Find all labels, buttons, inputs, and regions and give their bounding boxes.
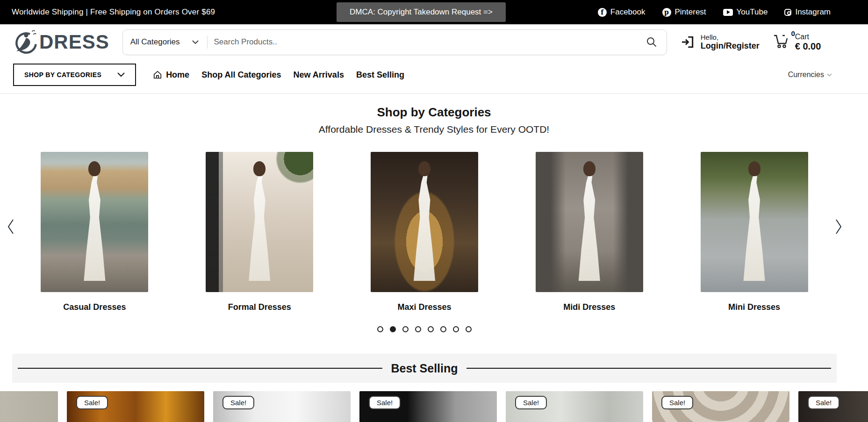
category-image — [536, 152, 643, 292]
carousel-next-button[interactable] — [832, 216, 846, 238]
cart-button[interactable]: 0 Cart € 0.00 — [773, 33, 821, 52]
site-header: DRESS All Categories Hello, Login/Regist… — [0, 24, 868, 59]
carousel-dot[interactable] — [428, 326, 434, 332]
category-label: Casual Dresses — [63, 302, 126, 312]
search-submit-button[interactable] — [637, 36, 667, 48]
divider-line — [466, 368, 831, 369]
sale-badge: Sale! — [808, 396, 839, 409]
social-link-label: YouTube — [737, 7, 768, 17]
sale-badge: Sale! — [515, 396, 547, 409]
sale-badge: Sale! — [661, 396, 693, 409]
nav-link-shop-all-categories[interactable]: Shop All Categories — [201, 70, 281, 80]
social-link-label: Instagram — [795, 7, 831, 17]
category-label: Mini Dresses — [728, 302, 780, 312]
category-image — [701, 152, 808, 292]
product-card[interactable]: Sale! — [798, 391, 868, 422]
search-bar: All Categories — [122, 29, 667, 55]
dmca-takedown-button[interactable]: DMCA: Copyright Takedown Request => — [337, 2, 506, 22]
account-greeting: Hello, — [701, 33, 760, 41]
social-link-label: Pinterest — [675, 7, 706, 17]
nav-link-label: Best Selling — [356, 70, 404, 80]
category-card-midi-dresses[interactable]: Midi Dresses — [507, 152, 672, 312]
chevron-down-icon — [117, 72, 125, 77]
top-announcement-bar: Worldwide Shipping | Free Shipping on Or… — [0, 0, 868, 24]
category-label: Maxi Dresses — [397, 302, 451, 312]
product-card[interactable]: Sale! — [359, 391, 497, 422]
carousel-dot[interactable] — [415, 326, 421, 332]
social-link-pinterest[interactable]: Pinterest — [662, 7, 706, 17]
cart-icon-wrap: 0 — [773, 33, 790, 51]
nav-links: Home Shop All Categories New Arrivals — [153, 70, 404, 80]
cart-text: Cart € 0.00 — [795, 33, 821, 52]
facebook-icon — [598, 8, 607, 17]
category-image — [206, 152, 313, 292]
best-selling-header-band: Best Selling — [12, 354, 837, 383]
cart-icon — [773, 33, 790, 49]
nav-link-label: New Arrivals — [294, 70, 344, 80]
dress-logo-mark — [13, 29, 38, 55]
shipping-announcement: Worldwide Shipping | Free Shipping on Or… — [12, 7, 337, 17]
category-label: Formal Dresses — [228, 302, 291, 312]
category-card-mini-dresses[interactable]: Mini Dresses — [672, 152, 837, 312]
product-card[interactable] — [0, 391, 58, 422]
cart-label: Cart — [795, 33, 821, 41]
sale-badge: Sale! — [222, 396, 254, 409]
categories-carousel: Casual Dresses Formal Dresses Maxi Dress… — [0, 152, 868, 312]
social-link-instagram[interactable]: Instagram — [784, 7, 831, 17]
logo-wordmark: DRESS — [39, 31, 109, 53]
chevron-down-icon — [192, 40, 199, 44]
carousel-dot[interactable] — [440, 326, 446, 332]
cart-total: € 0.00 — [795, 41, 821, 52]
shop-by-categories-button[interactable]: SHOP BY CATEGORIES — [13, 64, 136, 86]
carousel-prev-button[interactable] — [4, 216, 18, 238]
carousel-dot[interactable] — [453, 326, 459, 332]
chevron-right-icon — [833, 218, 844, 235]
product-card[interactable]: Sale! — [67, 391, 204, 422]
search-category-select[interactable]: All Categories — [123, 37, 207, 47]
product-card[interactable]: Sale! — [652, 391, 789, 422]
currencies-label: Currencies — [788, 71, 824, 79]
youtube-icon — [723, 9, 733, 16]
product-card[interactable]: Sale! — [506, 391, 643, 422]
search-input[interactable] — [208, 37, 637, 47]
social-link-youtube[interactable]: YouTube — [723, 7, 768, 17]
carousel-dot[interactable] — [377, 326, 383, 332]
product-card[interactable]: Sale! — [213, 391, 351, 422]
site-logo[interactable]: DRESS — [13, 29, 109, 55]
social-link-facebook[interactable]: Facebook — [598, 7, 646, 17]
search-category-value: All Categories — [130, 37, 180, 47]
category-card-maxi-dresses[interactable]: Maxi Dresses — [342, 152, 507, 312]
carousel-dot[interactable] — [466, 326, 472, 332]
best-selling-products: Sale! Sale! Sale! Sale! Sale! Sale! — [0, 391, 868, 422]
login-icon — [680, 35, 695, 50]
sale-badge: Sale! — [76, 396, 108, 409]
home-icon — [153, 70, 162, 79]
instagram-icon — [784, 9, 791, 16]
social-link-label: Facebook — [610, 7, 646, 17]
category-image — [371, 152, 478, 292]
carousel-dot[interactable] — [390, 326, 396, 332]
chevron-left-icon — [6, 218, 16, 235]
nav-link-label: Home — [166, 70, 189, 80]
shop-by-categories-label: SHOP BY CATEGORIES — [24, 71, 101, 79]
category-label: Midi Dresses — [563, 302, 615, 312]
magnifier-icon — [646, 36, 657, 48]
divider-line — [18, 368, 382, 369]
nav-link-label: Shop All Categories — [201, 70, 281, 80]
account-login-link[interactable]: Hello, Login/Register — [680, 33, 760, 51]
nav-link-home[interactable]: Home — [153, 70, 189, 80]
sale-badge: Sale! — [369, 396, 401, 409]
category-image — [41, 152, 148, 292]
carousel-dots — [12, 326, 837, 332]
carousel-dot[interactable] — [402, 326, 409, 332]
chevron-down-icon — [827, 73, 832, 77]
nav-link-best-selling[interactable]: Best Selling — [356, 70, 404, 80]
categories-section-subtitle: Affordable Dresses & Trendy Styles for E… — [0, 124, 868, 135]
category-card-formal-dresses[interactable]: Formal Dresses — [177, 152, 342, 312]
category-cards: Casual Dresses Formal Dresses Maxi Dress… — [12, 152, 837, 312]
nav-link-new-arrivals[interactable]: New Arrivals — [294, 70, 344, 80]
category-card-casual-dresses[interactable]: Casual Dresses — [12, 152, 177, 312]
categories-section-header: Shop by Categories Affordable Dresses & … — [0, 94, 868, 135]
currencies-dropdown[interactable]: Currencies — [788, 71, 832, 79]
account-text: Hello, Login/Register — [701, 33, 760, 51]
